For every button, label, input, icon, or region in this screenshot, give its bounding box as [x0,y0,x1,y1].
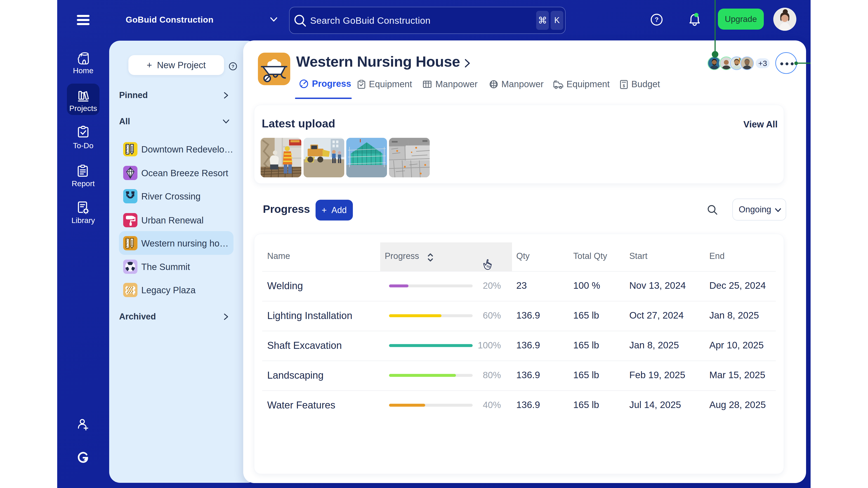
svg-text:?: ? [231,64,235,69]
svg-text:?: ? [655,16,658,23]
svg-text:$: $ [623,84,625,88]
